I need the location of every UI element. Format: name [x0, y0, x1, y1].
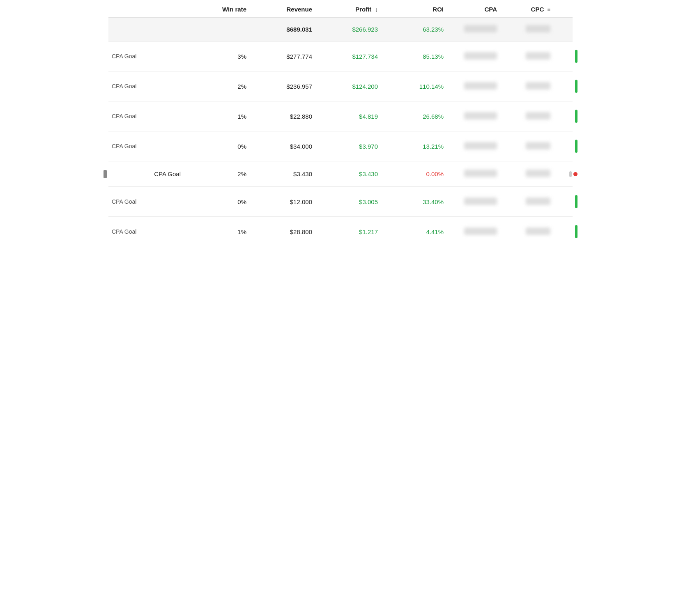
- row-winrate: 0%: [191, 143, 256, 150]
- summary-row: $689.031 $266.923 63.23%: [108, 18, 573, 41]
- row-status: [560, 225, 581, 238]
- row-cpa: [453, 52, 507, 61]
- table-row: CPA Goal2%$236.957$124.200110.14%: [108, 71, 573, 101]
- row-name: CPA Goal: [108, 143, 191, 149]
- row-revenue: $22.880: [256, 113, 322, 120]
- cpc-blurred: [526, 82, 550, 90]
- col-header-roi[interactable]: ROI: [388, 6, 453, 13]
- rows-container: CPA Goal3%$277.774$127.73485.13%CPA Goal…: [108, 41, 573, 246]
- row-cpa: [453, 112, 507, 121]
- row-name: CPA Goal: [108, 83, 191, 90]
- cpc-blurred: [526, 52, 550, 60]
- col-header-revenue[interactable]: Revenue: [256, 6, 322, 13]
- status-bar-green: [575, 140, 577, 153]
- row-revenue: $28.800: [256, 228, 322, 235]
- row-winrate: 0%: [191, 198, 256, 205]
- cpc-blurred: [526, 112, 550, 120]
- status-dot-red: [573, 172, 577, 176]
- summary-roi: 63.23%: [388, 26, 453, 33]
- cpc-blurred: [526, 198, 550, 205]
- row-status: [560, 195, 581, 208]
- row-winrate: 2%: [191, 170, 256, 177]
- row-cpc: [507, 198, 560, 206]
- table-header: Win rate Revenue Profit ↓ ROI CPA CPC ≡: [108, 0, 573, 18]
- row-name: CPA Goal: [108, 198, 191, 205]
- row-profit: $3.005: [322, 198, 388, 205]
- col-header-cpc[interactable]: CPC ≡: [507, 6, 560, 13]
- summary-cpc: [507, 25, 560, 34]
- row-profit: $1.217: [322, 228, 388, 235]
- row-winrate: 1%: [191, 228, 256, 235]
- row-cpc: [507, 170, 560, 178]
- row-winrate: 3%: [191, 53, 256, 60]
- row-profit: $3.430: [322, 170, 388, 177]
- row-roi: 0.00%: [388, 170, 453, 177]
- status-bar-green: [575, 225, 577, 238]
- row-profit: $3.970: [322, 143, 388, 150]
- cpa-blurred: [464, 112, 497, 120]
- col-header-profit[interactable]: Profit ↓: [322, 6, 388, 13]
- row-cpc: [507, 112, 560, 121]
- status-bar-green: [575, 50, 577, 63]
- row-status: [560, 171, 581, 177]
- row-cpa: [453, 170, 507, 178]
- status-bar-green: [575, 110, 577, 123]
- row-name: CPA Goal: [108, 53, 191, 60]
- row-profit: $4.819: [322, 113, 388, 120]
- row-revenue: $34.000: [256, 143, 322, 150]
- row-revenue: $12.000: [256, 198, 322, 205]
- row-winrate: 1%: [191, 113, 256, 120]
- table-row: CPA Goal1%$28.800$1.2174.41%: [108, 217, 573, 246]
- scroll-indicator: [104, 170, 107, 178]
- profit-sort-icon[interactable]: ↓: [375, 6, 378, 13]
- cpc-blurred: [526, 142, 550, 149]
- row-revenue: $3.430: [256, 170, 322, 177]
- row-cpa: [453, 228, 507, 236]
- row-roi: 4.41%: [388, 228, 453, 235]
- row-roi: 110.14%: [388, 83, 453, 90]
- row-status: [560, 50, 581, 63]
- row-cpc: [507, 52, 560, 61]
- summary-cpc-blurred: [526, 25, 550, 32]
- summary-revenue: $689.031: [256, 26, 322, 33]
- col-header-winrate[interactable]: Win rate: [191, 6, 256, 13]
- table-row: CPA Goal2%$3.430$3.4300.00%: [108, 161, 573, 187]
- cpa-blurred: [464, 52, 497, 60]
- summary-cpa-blurred: [464, 25, 497, 32]
- row-profit: $124.200: [322, 83, 388, 90]
- status-bar-green: [575, 80, 577, 93]
- summary-profit: $266.923: [322, 26, 388, 33]
- status-bar-green: [575, 195, 577, 208]
- table-row: CPA Goal0%$12.000$3.00533.40%: [108, 187, 573, 217]
- table-row: CPA Goal1%$22.880$4.81926.68%: [108, 101, 573, 131]
- cpc-filter-icon[interactable]: ≡: [547, 7, 550, 13]
- row-name: CPA Goal: [108, 113, 191, 120]
- row-status: [560, 110, 581, 123]
- row-cpc: [507, 228, 560, 236]
- row-name: CPA Goal: [108, 228, 191, 235]
- cpa-blurred: [464, 142, 497, 149]
- status-bar-partial: [569, 171, 572, 177]
- col-header-cpa[interactable]: CPA: [453, 6, 507, 13]
- row-roi: 13.21%: [388, 143, 453, 150]
- cpa-blurred: [464, 228, 497, 235]
- cpa-blurred: [464, 170, 497, 177]
- row-roi: 33.40%: [388, 198, 453, 205]
- row-cpa: [453, 142, 507, 151]
- row-revenue: $236.957: [256, 83, 322, 90]
- summary-cpa: [453, 25, 507, 34]
- row-status: [560, 140, 581, 153]
- row-cpc: [507, 82, 560, 91]
- cpc-blurred: [526, 170, 550, 177]
- row-profit: $127.734: [322, 53, 388, 60]
- table-row: CPA Goal3%$277.774$127.73485.13%: [108, 41, 573, 71]
- row-cpc: [507, 142, 560, 151]
- row-cpa: [453, 198, 507, 206]
- row-status: [560, 80, 581, 93]
- row-name: CPA Goal: [108, 170, 191, 177]
- cpc-blurred: [526, 228, 550, 235]
- row-roi: 85.13%: [388, 53, 453, 60]
- cpa-blurred: [464, 82, 497, 90]
- row-cpa: [453, 82, 507, 91]
- data-table: Win rate Revenue Profit ↓ ROI CPA CPC ≡ …: [108, 0, 573, 246]
